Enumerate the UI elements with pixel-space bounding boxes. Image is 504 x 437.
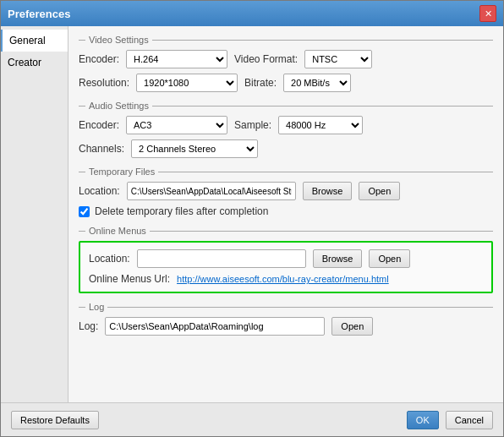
online-url-link[interactable]: http://www.aiseesoft.com/blu-ray-creator… (177, 274, 389, 284)
audio-encoder-select[interactable]: AC3 AAC MP3 (126, 116, 227, 134)
temp-files-section: Temporary Files Location: Browse Open De… (79, 167, 493, 217)
encoder-row: Encoder: H.264 H.265 MPEG-2 Video Format… (79, 50, 493, 68)
delete-temp-label: Delete temporary files after completion (95, 205, 268, 217)
audio-encoder-label: Encoder: (79, 119, 119, 131)
audio-settings-label: Audio Settings (79, 101, 493, 111)
resolution-label: Resolution: (79, 77, 129, 89)
video-format-select[interactable]: NTSC PAL (304, 50, 372, 68)
channels-row: Channels: 2 Channels Stereo 6 Channels 5… (79, 139, 493, 158)
temp-location-label: Location: (79, 185, 120, 197)
content-area: Video Settings Encoder: H.264 H.265 MPEG… (68, 26, 503, 402)
temp-open-button[interactable]: Open (359, 182, 400, 200)
online-location-row: Location: Browse Open (89, 249, 483, 268)
title-bar: Preferences ✕ (1, 1, 503, 26)
resolution-select[interactable]: 1920*1080 1280*720 (136, 74, 238, 92)
bitrate-label: Bitrate: (244, 77, 277, 89)
online-menus-box: Location: Browse Open Online Menus Url: … (79, 241, 493, 293)
sample-label: Sample: (234, 119, 271, 131)
online-location-input[interactable] (137, 249, 306, 268)
log-field-label: Log: (79, 320, 98, 332)
channels-label: Channels: (79, 143, 124, 155)
log-input[interactable] (105, 317, 325, 336)
log-open-button[interactable]: Open (331, 317, 373, 336)
window-title: Preferences (8, 8, 70, 20)
video-format-label: Video Format: (234, 53, 298, 65)
bitrate-select[interactable]: 20 MBit/s 15 MBit/s (283, 74, 351, 92)
online-location-label: Location: (89, 253, 130, 265)
ok-button[interactable]: OK (407, 411, 439, 429)
audio-encoder-row: Encoder: AC3 AAC MP3 Sample: 48000 Hz 44… (79, 116, 493, 134)
footer: Restore Defaults OK Cancel (1, 402, 503, 436)
cancel-button[interactable]: Cancel (446, 411, 493, 429)
audio-settings-section: Audio Settings Encoder: AC3 AAC MP3 Samp… (79, 101, 493, 158)
footer-actions: OK Cancel (407, 411, 493, 429)
temp-files-label: Temporary Files (79, 167, 493, 177)
online-menus-label: Online Menus (79, 226, 493, 236)
sample-select[interactable]: 48000 Hz 44100 Hz (278, 116, 363, 134)
temp-location-input[interactable] (127, 182, 296, 200)
online-browse-button[interactable]: Browse (313, 249, 363, 268)
encoder-select[interactable]: H.264 H.265 MPEG-2 (126, 50, 227, 68)
temp-browse-button[interactable]: Browse (303, 182, 353, 200)
encoder-label: Encoder: (79, 53, 119, 65)
online-url-row: Online Menus Url: http://www.aiseesoft.c… (89, 273, 483, 285)
channels-select[interactable]: 2 Channels Stereo 6 Channels 5.1 (131, 139, 258, 158)
video-settings-section: Video Settings Encoder: H.264 H.265 MPEG… (79, 35, 493, 92)
online-menus-section: Online Menus Location: Browse Open Onlin… (79, 226, 493, 293)
log-row: Log: Open (79, 317, 493, 336)
temp-location-row: Location: Browse Open (79, 182, 493, 200)
delete-temp-row: Delete temporary files after completion (79, 205, 493, 217)
resolution-row: Resolution: 1920*1080 1280*720 Bitrate: … (79, 74, 493, 92)
log-section: Log Log: Open (79, 302, 493, 336)
video-settings-label: Video Settings (79, 35, 493, 45)
log-label: Log (79, 302, 493, 312)
online-open-button[interactable]: Open (369, 249, 410, 268)
restore-defaults-button[interactable]: Restore Defaults (11, 411, 99, 429)
online-url-label: Online Menus Url: (89, 273, 170, 285)
preferences-window: Preferences ✕ General Creator Video Sett… (0, 0, 504, 437)
close-button[interactable]: ✕ (479, 5, 496, 22)
main-content: General Creator Video Settings Encoder: … (1, 26, 503, 402)
sidebar-item-creator[interactable]: Creator (1, 52, 68, 74)
delete-temp-checkbox[interactable] (79, 206, 90, 217)
sidebar-item-general[interactable]: General (1, 30, 68, 52)
sidebar: General Creator (1, 26, 68, 402)
